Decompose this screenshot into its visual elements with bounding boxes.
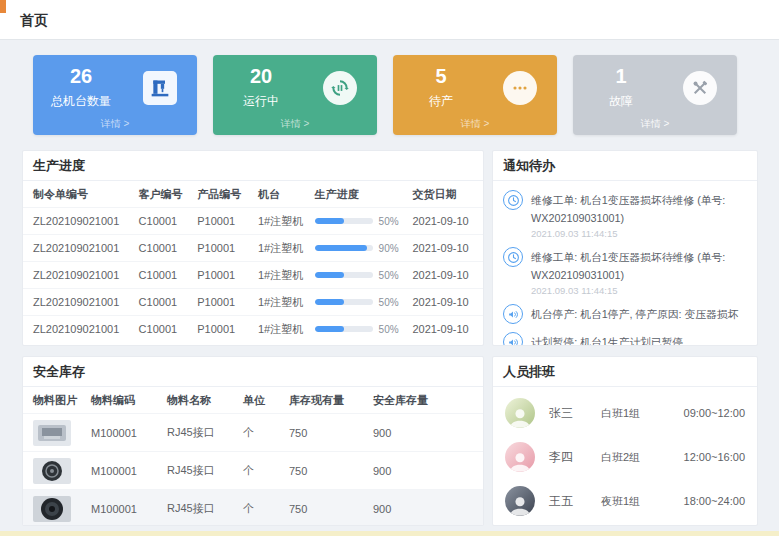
progress-percent: 90% [379, 243, 399, 254]
col-header: 客户编号 [139, 187, 198, 202]
panel-staff-schedule: 人员排班 张三 白班1组 09:00~12:00 李四 白班2组 12:00~1… [492, 356, 758, 526]
notice-item[interactable]: 维修工单: 机台1变压器损坏待维修 (单号: WX202109031001) 2… [503, 247, 747, 296]
table-row: M100001 RJ45接口 个 750 900 [23, 413, 483, 451]
col-header: 安全库存量 [373, 393, 457, 408]
material-image [33, 420, 71, 446]
staff-name: 张三 [549, 405, 601, 422]
customer-no: C10001 [139, 215, 198, 227]
customer-no: C10001 [139, 269, 198, 281]
notice-text: 维修工单: 机台1变压器损坏待维修 (单号: WX202109031001) [531, 251, 725, 281]
breadcrumb-home[interactable]: 首页 [20, 12, 48, 30]
col-header: 交货日期 [412, 187, 473, 202]
panel-safety-stock: 安全库存 物料图片 物料编码 物料名称 单位 库存现有量 安全库存量 M1000… [22, 356, 484, 526]
machine-icon [143, 71, 177, 105]
notice-item[interactable]: 计划暂停: 机台1生产计划已暂停 2021.09.03 11:44:15 [503, 332, 747, 346]
card-detail-link[interactable]: 详情 > [393, 117, 557, 131]
col-header: 物料名称 [167, 393, 243, 408]
col-header: 库存现有量 [289, 393, 373, 408]
table-row: ZL202109021001 C10001 P10001 1#注塑机 50% 2… [23, 288, 483, 315]
col-header: 制令单编号 [33, 187, 139, 202]
order-no: ZL202109021001 [33, 296, 139, 308]
progress-percent: 50% [379, 324, 399, 335]
notice-time: 2021.09.03 11:44:15 [531, 228, 747, 239]
card-fault: 1 故障 详情 > [573, 55, 737, 135]
panel-title: 人员排班 [493, 357, 757, 387]
card-label: 运行中 [213, 93, 309, 110]
product-no: P10001 [197, 269, 258, 281]
table-row: M100001 RJ45接口 个 750 900 [23, 451, 483, 489]
running-cycle-icon [323, 71, 357, 105]
stock-current: 750 [289, 427, 373, 439]
panel-notifications: 通知待办 维修工单: 机台1变压器损坏待维修 (单号: WX2021090310… [492, 150, 758, 346]
card-detail-link[interactable]: 详情 > [573, 117, 737, 131]
machine-name: 1#注塑机 [258, 241, 315, 256]
product-no: P10001 [197, 215, 258, 227]
speaker-icon [503, 304, 523, 324]
stock-current: 750 [289, 503, 373, 515]
material-unit: 个 [243, 501, 289, 516]
card-label: 总机台数量 [33, 93, 129, 110]
col-header: 单位 [243, 393, 289, 408]
col-header: 物料编码 [91, 393, 167, 408]
card-label: 待产 [393, 93, 489, 110]
card-detail-link[interactable]: 详情 > [33, 117, 197, 131]
staff-list: 张三 白班1组 09:00~12:00 李四 白班2组 12:00~16:00 … [493, 387, 757, 523]
material-image [33, 496, 71, 522]
top-bar: 首页 [0, 0, 779, 40]
stock-current: 750 [289, 465, 373, 477]
notice-list: 维修工单: 机台1变压器损坏待维修 (单号: WX202109031001) 2… [493, 181, 757, 346]
delivery-date: 2021-09-10 [412, 296, 473, 308]
staff-shift: 白班1组 [601, 406, 665, 421]
card-value: 20 [213, 65, 309, 88]
material-image [33, 458, 71, 484]
notice-item[interactable]: 机台停产: 机台1停产, 停产原因: 变压器损坏 [503, 304, 747, 324]
avatar [505, 442, 535, 472]
notice-time: 2021.09.03 11:44:15 [531, 285, 747, 296]
staff-row: 王五 夜班1组 18:00~24:00 [505, 479, 745, 523]
table-row: ZL202109021001 C10001 P10001 1#注塑机 50% 2… [23, 315, 483, 342]
card-total-machines: 26 总机台数量 详情 > [33, 55, 197, 135]
clock-icon [503, 247, 523, 267]
staff-time: 12:00~16:00 [665, 451, 745, 463]
card-detail-link[interactable]: 详情 > [213, 117, 377, 131]
progress-bar [315, 299, 373, 305]
card-value: 1 [573, 65, 669, 88]
staff-time: 09:00~12:00 [665, 407, 745, 419]
staff-name: 王五 [549, 493, 601, 510]
panel-title: 安全库存 [23, 357, 483, 387]
card-value: 5 [393, 65, 489, 88]
material-code: M100001 [91, 465, 167, 477]
order-no: ZL202109021001 [33, 269, 139, 281]
machine-name: 1#注塑机 [258, 295, 315, 310]
delivery-date: 2021-09-10 [412, 215, 473, 227]
progress-percent: 50% [379, 216, 399, 227]
col-header: 物料图片 [33, 393, 91, 408]
delivery-date: 2021-09-10 [412, 242, 473, 254]
order-no: ZL202109021001 [33, 215, 139, 227]
stock-safety: 900 [373, 503, 457, 515]
progress-bar [315, 245, 373, 251]
customer-no: C10001 [139, 242, 198, 254]
staff-shift: 夜班1组 [601, 494, 665, 509]
notice-item[interactable]: 维修工单: 机台1变压器损坏待维修 (单号: WX202109031001) 2… [503, 190, 747, 239]
speaker-icon [503, 332, 523, 346]
panel-title: 生产进度 [23, 151, 483, 181]
col-header: 机台 [258, 187, 315, 202]
order-no: ZL202109021001 [33, 242, 139, 254]
progress-bar [315, 218, 373, 224]
ellipsis-icon [503, 71, 537, 105]
material-code: M100001 [91, 427, 167, 439]
stock-safety: 900 [373, 465, 457, 477]
stock-safety: 900 [373, 427, 457, 439]
material-name: RJ45接口 [167, 501, 243, 516]
stat-cards: 26 总机台数量 详情 > 20 运行中 详情 > [33, 55, 747, 135]
machine-name: 1#注塑机 [258, 322, 315, 337]
table-row: M100001 RJ45接口 个 750 900 [23, 489, 483, 526]
table-header: 制令单编号 客户编号 产品编号 机台 生产进度 交货日期 [23, 181, 483, 207]
staff-name: 李四 [549, 449, 601, 466]
staff-time: 18:00~24:00 [665, 495, 745, 507]
table-row: ZL202109021001 C10001 P10001 1#注塑机 50% 2… [23, 261, 483, 288]
progress-bar [315, 326, 373, 332]
progress-percent: 50% [379, 297, 399, 308]
product-no: P10001 [197, 296, 258, 308]
